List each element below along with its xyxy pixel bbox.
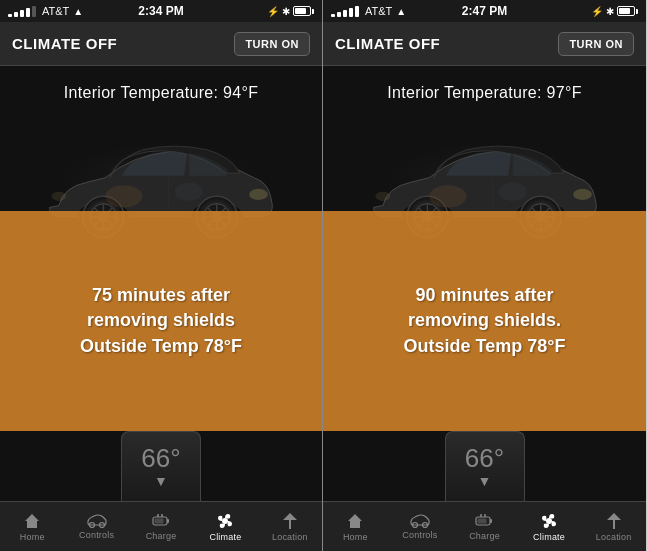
tab-climate-label-left: Climate: [209, 532, 241, 542]
location-icon-left: [283, 512, 297, 530]
tab-bar-left: Home Controls Charge: [0, 501, 322, 551]
svg-point-48: [375, 192, 390, 201]
signal-icon-right: [331, 6, 359, 17]
tab-charge-label-left: Charge: [146, 531, 177, 541]
home-icon-right: [346, 512, 364, 530]
temp-arrow-left: ▼: [154, 473, 168, 489]
status-bar-left: AT&T ▲ 2:34 PM ⚡ ✱: [0, 0, 322, 22]
wifi-icon-left: ▲: [73, 6, 83, 17]
interior-temp-left: Interior Temperature: 94°F: [64, 84, 258, 102]
top-bar-left: CLIMATE OFF TURN ON: [0, 22, 322, 66]
tab-climate-label-right: Climate: [533, 532, 565, 542]
tab-home-left[interactable]: Home: [0, 502, 64, 551]
svg-point-21: [175, 182, 203, 201]
bluetooth-label-right: ✱: [606, 6, 614, 17]
temp-display-left: 66° ▼: [121, 431, 201, 501]
bluetooth-icon-right: ⚡: [591, 6, 603, 17]
climate-title-left: CLIMATE OFF: [12, 35, 117, 52]
tab-location-left[interactable]: Location: [258, 502, 322, 551]
controls-icon-left: [87, 514, 107, 528]
tab-charge-label-right: Charge: [469, 531, 500, 541]
phone-panel-right: AT&T ▲ 2:47 PM ⚡ ✱ CLIMATE OFF TURN ON I…: [323, 0, 646, 551]
temp-arrow-right: ▼: [478, 473, 492, 489]
status-right-right: ⚡ ✱: [591, 6, 638, 17]
tab-controls-left[interactable]: Controls: [64, 502, 128, 551]
overlay-box-left: 75 minutes after removing shields Outsid…: [0, 211, 322, 431]
phone-panel-left: AT&T ▲ 2:34 PM ⚡ ✱ CLIMATE OFF TURN ON I…: [0, 0, 323, 551]
temp-display-right: 66° ▼: [445, 431, 525, 501]
status-right-left: ⚡ ✱: [267, 6, 314, 17]
svg-rect-56: [478, 518, 487, 523]
tab-controls-right[interactable]: Controls: [388, 502, 453, 551]
bluetooth-label-left: ✱: [282, 6, 290, 17]
main-content-left: Interior Temperature: 94°F: [0, 66, 322, 501]
carrier-left: AT&T: [42, 5, 69, 17]
fan-icon-right: [540, 512, 558, 530]
tab-bar-right: Home Controls Charge: [323, 501, 646, 551]
set-temp-left: 66°: [141, 445, 180, 471]
climate-title-right: CLIMATE OFF: [335, 35, 440, 52]
svg-rect-25: [167, 519, 169, 523]
main-content-right: Interior Temperature: 97°F: [323, 66, 646, 501]
tab-climate-right[interactable]: Climate: [517, 502, 582, 551]
bluetooth-icon-left: ⚡: [267, 6, 279, 17]
charge-icon-right: [475, 513, 493, 529]
top-bar-right: CLIMATE OFF TURN ON: [323, 22, 646, 66]
tab-home-label-right: Home: [343, 532, 368, 542]
time-left: 2:34 PM: [138, 4, 183, 18]
tab-location-right[interactable]: Location: [581, 502, 646, 551]
wifi-icon-right: ▲: [396, 6, 406, 17]
interior-temp-right: Interior Temperature: 97°F: [387, 84, 581, 102]
tab-controls-label-right: Controls: [402, 530, 437, 540]
svg-rect-26: [155, 518, 164, 523]
tab-charge-right[interactable]: Charge: [452, 502, 517, 551]
battery-icon-left: [293, 6, 314, 16]
turn-on-button-left[interactable]: TURN ON: [234, 32, 310, 56]
time-right: 2:47 PM: [462, 4, 507, 18]
status-left-left: AT&T ▲: [8, 5, 83, 17]
location-icon-right: [607, 512, 621, 530]
tab-controls-label-left: Controls: [79, 530, 114, 540]
tab-home-right[interactable]: Home: [323, 502, 388, 551]
turn-on-button-right[interactable]: TURN ON: [558, 32, 634, 56]
overlay-text-right: 90 minutes after removing shields. Outsi…: [404, 283, 566, 359]
svg-point-50: [429, 185, 466, 207]
tab-charge-left[interactable]: Charge: [129, 502, 193, 551]
tab-climate-left[interactable]: Climate: [193, 502, 257, 551]
overlay-box-right: 90 minutes after removing shields. Outsi…: [323, 211, 646, 431]
tab-location-label-left: Location: [272, 532, 308, 542]
svg-rect-55: [490, 519, 492, 523]
svg-point-17: [249, 189, 268, 200]
svg-point-51: [498, 182, 526, 201]
tab-location-label-right: Location: [596, 532, 632, 542]
battery-icon-right: [617, 6, 638, 16]
home-icon-left: [23, 512, 41, 530]
svg-point-20: [105, 185, 142, 207]
status-bar-right: AT&T ▲ 2:47 PM ⚡ ✱: [323, 0, 646, 22]
fan-icon-left: [216, 512, 234, 530]
carrier-right: AT&T: [365, 5, 392, 17]
charge-icon-left: [152, 513, 170, 529]
svg-point-18: [51, 192, 66, 201]
svg-point-47: [573, 189, 592, 200]
overlay-text-left: 75 minutes after removing shields Outsid…: [80, 283, 242, 359]
tab-home-label-left: Home: [20, 532, 45, 542]
svg-point-29: [222, 518, 228, 524]
svg-point-59: [546, 518, 552, 524]
status-left-right: AT&T ▲: [331, 5, 406, 17]
controls-icon-right: [410, 514, 430, 528]
set-temp-right: 66°: [465, 445, 504, 471]
signal-icon-left: [8, 6, 36, 17]
